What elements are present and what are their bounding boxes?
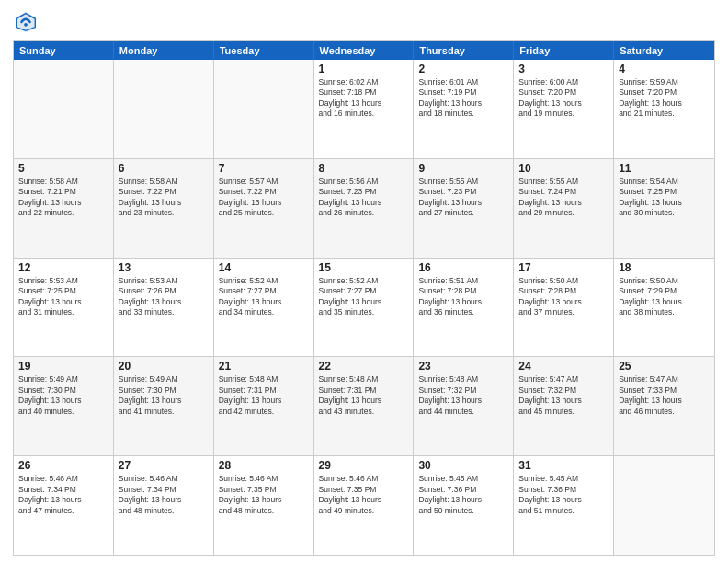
day-number: 31 bbox=[518, 459, 609, 472]
calendar-cell bbox=[14, 60, 114, 158]
weekday-header-friday: Friday bbox=[514, 41, 614, 60]
svg-point-2 bbox=[24, 23, 28, 27]
calendar-cell: 23Sunrise: 5:48 AMSunset: 7:32 PMDayligh… bbox=[414, 357, 514, 455]
calendar-body: 1Sunrise: 6:02 AMSunset: 7:18 PMDaylight… bbox=[14, 60, 714, 555]
calendar-week-1: 1Sunrise: 6:02 AMSunset: 7:18 PMDaylight… bbox=[14, 60, 714, 159]
logo-icon bbox=[13, 9, 39, 35]
day-info: Sunrise: 5:46 AMSunset: 7:35 PMDaylight:… bbox=[319, 474, 409, 516]
calendar-week-4: 19Sunrise: 5:49 AMSunset: 7:30 PMDayligh… bbox=[14, 357, 714, 456]
calendar-cell: 22Sunrise: 5:48 AMSunset: 7:31 PMDayligh… bbox=[314, 357, 415, 455]
weekday-header-tuesday: Tuesday bbox=[214, 41, 314, 60]
calendar-cell: 30Sunrise: 5:45 AMSunset: 7:36 PMDayligh… bbox=[414, 456, 514, 555]
calendar-cell: 29Sunrise: 5:46 AMSunset: 7:35 PMDayligh… bbox=[314, 456, 415, 555]
calendar-cell: 9Sunrise: 5:55 AMSunset: 7:23 PMDaylight… bbox=[414, 159, 514, 258]
day-number: 22 bbox=[319, 360, 409, 373]
day-number: 9 bbox=[418, 162, 508, 175]
calendar-cell: 10Sunrise: 5:55 AMSunset: 7:24 PMDayligh… bbox=[514, 159, 614, 258]
calendar-cell: 1Sunrise: 6:02 AMSunset: 7:18 PMDaylight… bbox=[314, 60, 415, 158]
weekday-header-monday: Monday bbox=[114, 41, 214, 60]
day-number: 14 bbox=[219, 261, 309, 274]
calendar-cell: 17Sunrise: 5:50 AMSunset: 7:28 PMDayligh… bbox=[514, 259, 614, 357]
day-number: 15 bbox=[319, 261, 409, 274]
day-info: Sunrise: 5:55 AMSunset: 7:23 PMDaylight:… bbox=[418, 177, 508, 219]
day-info: Sunrise: 5:45 AMSunset: 7:36 PMDaylight:… bbox=[518, 474, 609, 516]
day-info: Sunrise: 5:53 AMSunset: 7:25 PMDaylight:… bbox=[18, 276, 108, 318]
calendar-header-row: SundayMondayTuesdayWednesdayThursdayFrid… bbox=[14, 41, 714, 60]
calendar-cell: 14Sunrise: 5:52 AMSunset: 7:27 PMDayligh… bbox=[214, 259, 314, 357]
calendar-cell: 24Sunrise: 5:47 AMSunset: 7:32 PMDayligh… bbox=[514, 357, 614, 455]
day-info: Sunrise: 5:58 AMSunset: 7:22 PMDaylight:… bbox=[119, 177, 209, 219]
day-number: 25 bbox=[619, 360, 710, 373]
day-info: Sunrise: 5:46 AMSunset: 7:35 PMDaylight:… bbox=[219, 474, 309, 516]
day-number: 5 bbox=[18, 162, 108, 175]
weekday-header-wednesday: Wednesday bbox=[314, 41, 415, 60]
calendar-week-5: 26Sunrise: 5:46 AMSunset: 7:34 PMDayligh… bbox=[14, 456, 714, 555]
calendar-cell: 19Sunrise: 5:49 AMSunset: 7:30 PMDayligh… bbox=[14, 357, 114, 455]
calendar-cell: 5Sunrise: 5:58 AMSunset: 7:21 PMDaylight… bbox=[14, 159, 114, 258]
calendar-cell: 21Sunrise: 5:48 AMSunset: 7:31 PMDayligh… bbox=[214, 357, 314, 455]
day-info: Sunrise: 5:56 AMSunset: 7:23 PMDaylight:… bbox=[319, 177, 409, 219]
calendar-cell: 20Sunrise: 5:49 AMSunset: 7:30 PMDayligh… bbox=[114, 357, 214, 455]
calendar-cell: 12Sunrise: 5:53 AMSunset: 7:25 PMDayligh… bbox=[14, 259, 114, 357]
day-number: 10 bbox=[518, 162, 609, 175]
calendar-cell: 15Sunrise: 5:52 AMSunset: 7:27 PMDayligh… bbox=[314, 259, 415, 357]
day-info: Sunrise: 5:50 AMSunset: 7:29 PMDaylight:… bbox=[619, 276, 710, 318]
calendar-cell: 28Sunrise: 5:46 AMSunset: 7:35 PMDayligh… bbox=[214, 456, 314, 555]
calendar-cell: 25Sunrise: 5:47 AMSunset: 7:33 PMDayligh… bbox=[614, 357, 714, 455]
day-number: 12 bbox=[18, 261, 108, 274]
day-info: Sunrise: 5:54 AMSunset: 7:25 PMDaylight:… bbox=[619, 177, 710, 219]
day-number: 16 bbox=[418, 261, 508, 274]
calendar-cell: 16Sunrise: 5:51 AMSunset: 7:28 PMDayligh… bbox=[414, 259, 514, 357]
day-info: Sunrise: 5:55 AMSunset: 7:24 PMDaylight:… bbox=[518, 177, 609, 219]
calendar-cell: 7Sunrise: 5:57 AMSunset: 7:22 PMDaylight… bbox=[214, 159, 314, 258]
svg-marker-0 bbox=[16, 12, 36, 32]
day-number: 11 bbox=[619, 162, 710, 175]
day-number: 24 bbox=[518, 360, 609, 373]
calendar-week-3: 12Sunrise: 5:53 AMSunset: 7:25 PMDayligh… bbox=[14, 259, 714, 358]
day-info: Sunrise: 5:46 AMSunset: 7:34 PMDaylight:… bbox=[18, 474, 108, 516]
day-number: 2 bbox=[418, 63, 508, 75]
day-number: 13 bbox=[119, 261, 209, 274]
day-info: Sunrise: 5:49 AMSunset: 7:30 PMDaylight:… bbox=[119, 374, 209, 417]
day-info: Sunrise: 5:58 AMSunset: 7:21 PMDaylight:… bbox=[18, 177, 108, 219]
day-number: 1 bbox=[319, 63, 409, 75]
day-info: Sunrise: 5:45 AMSunset: 7:36 PMDaylight:… bbox=[418, 474, 508, 516]
day-number: 26 bbox=[18, 459, 108, 472]
day-number: 28 bbox=[219, 459, 309, 472]
calendar-cell bbox=[214, 60, 314, 158]
weekday-header-thursday: Thursday bbox=[414, 41, 514, 60]
day-info: Sunrise: 5:48 AMSunset: 7:31 PMDaylight:… bbox=[319, 374, 409, 417]
page-header bbox=[13, 9, 715, 35]
calendar-cell: 6Sunrise: 5:58 AMSunset: 7:22 PMDaylight… bbox=[114, 159, 214, 258]
day-info: Sunrise: 5:50 AMSunset: 7:28 PMDaylight:… bbox=[518, 276, 609, 318]
day-number: 30 bbox=[418, 459, 508, 472]
calendar-cell: 8Sunrise: 5:56 AMSunset: 7:23 PMDaylight… bbox=[314, 159, 415, 258]
day-number: 3 bbox=[518, 63, 609, 75]
calendar-cell: 13Sunrise: 5:53 AMSunset: 7:26 PMDayligh… bbox=[114, 259, 214, 357]
logo bbox=[13, 9, 42, 35]
calendar-cell: 27Sunrise: 5:46 AMSunset: 7:34 PMDayligh… bbox=[114, 456, 214, 555]
day-info: Sunrise: 6:02 AMSunset: 7:18 PMDaylight:… bbox=[319, 77, 409, 120]
day-number: 19 bbox=[18, 360, 108, 373]
calendar-week-2: 5Sunrise: 5:58 AMSunset: 7:21 PMDaylight… bbox=[14, 159, 714, 259]
day-number: 17 bbox=[518, 261, 609, 274]
day-info: Sunrise: 5:49 AMSunset: 7:30 PMDaylight:… bbox=[18, 374, 108, 417]
day-number: 7 bbox=[219, 162, 309, 175]
day-number: 23 bbox=[418, 360, 508, 373]
weekday-header-saturday: Saturday bbox=[614, 41, 714, 60]
calendar-cell: 26Sunrise: 5:46 AMSunset: 7:34 PMDayligh… bbox=[14, 456, 114, 555]
day-info: Sunrise: 5:53 AMSunset: 7:26 PMDaylight:… bbox=[119, 276, 209, 318]
day-info: Sunrise: 5:48 AMSunset: 7:32 PMDaylight:… bbox=[418, 374, 508, 417]
day-info: Sunrise: 6:00 AMSunset: 7:20 PMDaylight:… bbox=[518, 77, 609, 120]
day-info: Sunrise: 5:52 AMSunset: 7:27 PMDaylight:… bbox=[319, 276, 409, 318]
day-number: 18 bbox=[619, 261, 710, 274]
day-info: Sunrise: 5:51 AMSunset: 7:28 PMDaylight:… bbox=[418, 276, 508, 318]
day-number: 21 bbox=[219, 360, 309, 373]
day-info: Sunrise: 5:52 AMSunset: 7:27 PMDaylight:… bbox=[219, 276, 309, 318]
calendar-cell bbox=[114, 60, 214, 158]
day-info: Sunrise: 5:47 AMSunset: 7:33 PMDaylight:… bbox=[619, 374, 710, 417]
day-number: 27 bbox=[119, 459, 209, 472]
day-number: 29 bbox=[319, 459, 409, 472]
day-info: Sunrise: 6:01 AMSunset: 7:19 PMDaylight:… bbox=[418, 77, 508, 120]
day-number: 4 bbox=[619, 63, 710, 75]
